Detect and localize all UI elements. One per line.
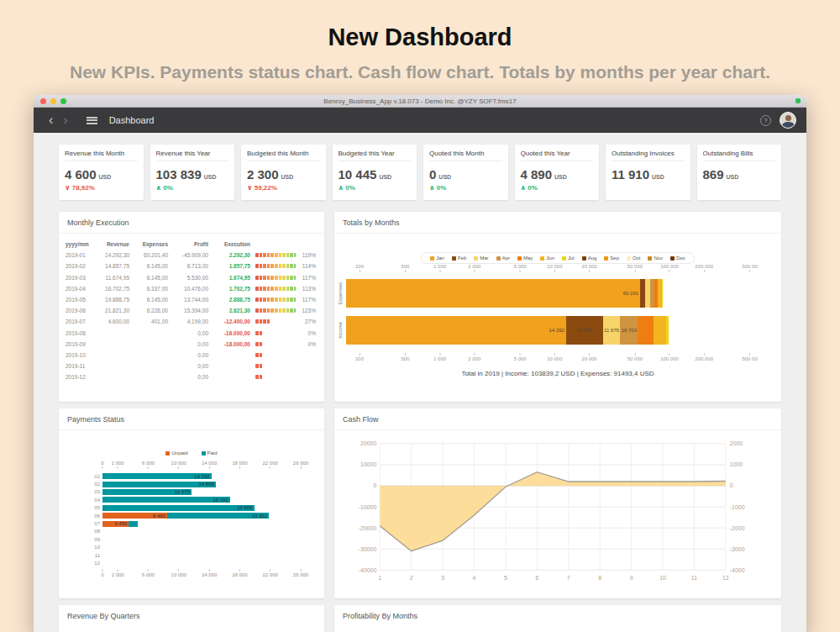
paid-bar-segment (129, 521, 137, 527)
svg-text:2: 2 (410, 575, 413, 581)
tick-label: 5 000 (514, 356, 527, 361)
svg-text:1000: 1000 (730, 461, 743, 467)
tick-label: 50 000 (627, 264, 643, 269)
legend-label: Aug (588, 255, 597, 261)
forward-icon[interactable]: › (58, 113, 72, 127)
tick-mark (474, 270, 475, 272)
panel-title: Profitability By Months (334, 605, 781, 626)
tick-mark (634, 270, 635, 272)
category-label: 08 (89, 529, 100, 534)
page: New Dashboard New KPIs. Payments status … (0, 0, 840, 632)
tick-label: 18 000 (232, 572, 247, 577)
bar-row: 08 (102, 528, 301, 535)
paid-bar-segment: 14 292 (102, 473, 212, 479)
kpi-card[interactable]: Revenue this Year 103 839 USD ∧ 0% (150, 145, 235, 200)
legend-label: Dec (676, 255, 685, 261)
legend-item: Aug (582, 255, 597, 261)
tick-mark (239, 569, 240, 571)
kpi-card[interactable]: Revenue this Month 4 600 USD ∨ 78,92% (59, 145, 144, 200)
kpi-card[interactable]: Quoted this Month 0 USD ∧ 0% (423, 145, 508, 200)
axis-tick: 18 000 (232, 461, 247, 469)
kpi-card[interactable]: Quoted this Year 4 890 USD ∧ 0% (515, 145, 600, 200)
svg-text:-3000: -3000 (730, 546, 745, 552)
tick-mark (405, 270, 406, 272)
payments-status-panel: Payments Status UnpaidPaid 02 0006 00010… (59, 408, 324, 598)
kpi-value: 10 445 (339, 167, 377, 182)
paid-bar-segment: 13 361 (167, 513, 269, 519)
legend-item: Apr (496, 255, 510, 261)
category-label: 04 (89, 498, 100, 503)
tick-label: 200 000 (695, 356, 713, 361)
table-row: 2019-0519.888,756.145,0013.744,002.888,7… (66, 294, 318, 305)
tick-mark (239, 466, 240, 469)
execution-bar (255, 319, 270, 324)
axis-tick: 2 000 (468, 264, 480, 272)
bar-segment: 11 675 (603, 316, 621, 345)
axis-tick: 20 000 (581, 264, 596, 272)
svg-text:4: 4 (473, 575, 476, 581)
legend-item: Jul (562, 255, 575, 261)
category-label: 03 (89, 489, 100, 494)
kpi-delta-arrow-icon: ∧ (521, 184, 527, 192)
axis-tick: 22 000 (263, 461, 278, 469)
kpi-value: 4 890 (521, 167, 553, 182)
hamburger-menu-icon[interactable] (87, 117, 97, 124)
legend-item: Jan (430, 255, 444, 261)
app-window: Benroy_Business_App v.18.073 - Demo Inc.… (34, 95, 806, 632)
tick-label: 20 000 (581, 356, 596, 361)
category-label: 11 (89, 553, 100, 558)
table-row: 2019-0621.821,306.226,0015.394,002.821,3… (66, 305, 318, 316)
legend-item: Unpaid (165, 450, 187, 456)
totals-chart: 2005001 0002 0005 00010 00020 00050 0001… (360, 264, 766, 365)
payments-axis-top: 02 0006 00010 00014 00018 00022 00026 00… (102, 461, 301, 471)
kpi-delta-value: 0% (345, 184, 355, 192)
tick-mark (439, 270, 440, 272)
back-icon[interactable]: ‹ (44, 113, 58, 127)
tick-label: 10 000 (547, 264, 562, 269)
axis-tick: 26 000 (293, 569, 308, 577)
execution-bar (255, 276, 296, 280)
legend-label: Feb (458, 255, 466, 261)
legend-item: Sep (604, 255, 619, 261)
bar-track (102, 560, 301, 566)
charts-row-2: Payments Status UnpaidPaid 02 0006 00010… (59, 408, 781, 598)
category-label: 10 (89, 545, 100, 550)
legend-label: Jan (436, 255, 444, 261)
svg-text:0: 0 (373, 482, 376, 488)
kpi-currency: USD (652, 174, 664, 180)
axis-tick: 2 000 (112, 569, 124, 577)
tick-mark (704, 270, 705, 272)
svg-text:-4000: -4000 (730, 567, 745, 573)
kpi-label: Quoted this Month (429, 150, 502, 161)
legend-swatch (627, 256, 631, 261)
revenue-by-quarters-panel: Revenue By Quarters (59, 605, 324, 632)
tick-mark (520, 353, 521, 356)
series-label: Income (338, 322, 346, 339)
tick-mark (359, 353, 360, 356)
kpi-card[interactable]: Outstanding Bills 869 USD (697, 145, 782, 200)
legend-label: May (523, 255, 533, 261)
bar-row: 0214 858 (102, 480, 301, 487)
bar-track (102, 529, 301, 535)
help-icon[interactable]: ? (760, 115, 771, 126)
tick-mark (405, 353, 406, 356)
axis-tick: 100 000 (660, 353, 679, 361)
kpi-card[interactable]: Budgeted this Year 10 445 USD ∧ 0% (333, 145, 417, 200)
kpi-delta: ∧ 0% (156, 184, 229, 192)
kpi-card[interactable]: Outstanding Invoices 11 910 USD (606, 145, 690, 200)
table-row: 2019-0114.292,3060.201,40-45.909,002.292… (66, 250, 318, 261)
axis-tick: 500 00 (742, 264, 757, 272)
legend-item: Jun (540, 255, 554, 261)
table-row: 2019-0311.674,956.145,005.530,001.674,95… (66, 272, 318, 283)
tick-label: 500 00 (742, 356, 757, 361)
paid-bar-segment: 11 675 (102, 489, 192, 495)
category-label: 09 (89, 537, 100, 542)
kpi-label: Revenue this Year (156, 150, 229, 161)
kpi-row: Revenue this Month 4 600 USD ∨ 78,92% Re… (59, 145, 781, 200)
user-avatar[interactable] (780, 112, 796, 129)
tick-label: 10 000 (547, 356, 562, 361)
kpi-card[interactable]: Budgeted this Month 2 300 USD ∨ 59,22% (241, 145, 326, 200)
tick-mark (474, 353, 475, 356)
execution-bar (255, 331, 262, 335)
unpaid-bar-segment: 3 450 (102, 521, 129, 527)
